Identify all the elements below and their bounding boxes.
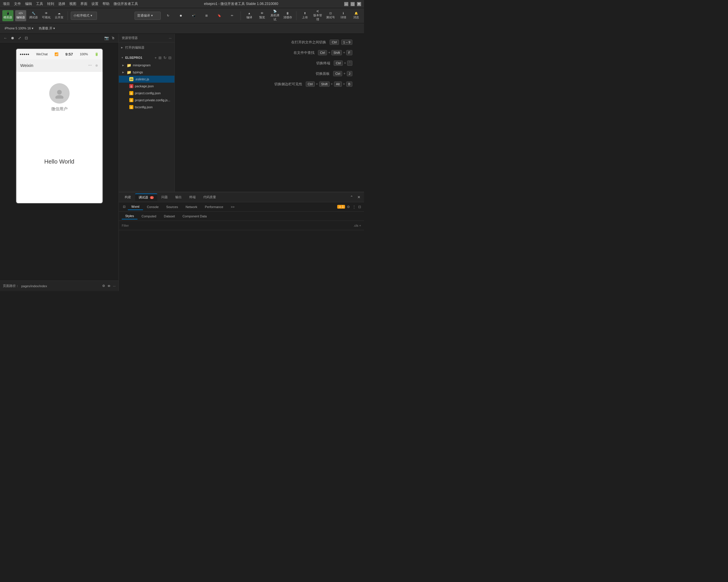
hotreload-button[interactable]: 热重载 开 ▾ <box>37 26 57 31</box>
simulator-label: 模拟器 <box>3 16 12 20</box>
inner-tab-console[interactable]: Console <box>144 204 162 210</box>
more-inner-button[interactable]: ⋮ <box>352 204 357 210</box>
expand-inner-button[interactable]: ⊡ <box>358 204 362 210</box>
project-chevron-icon <box>121 56 124 59</box>
refresh-button[interactable]: ↻ <box>162 10 174 21</box>
menu-view[interactable]: 视图 <box>69 1 76 6</box>
editor-button[interactable]: </> 编辑器 <box>15 10 26 21</box>
tab-code-quality[interactable]: 代码质量 <box>200 194 219 200</box>
phone-time: 9:57 <box>66 52 73 56</box>
file-package-json[interactable]: {} package.json <box>119 83 175 90</box>
inner-tab-more[interactable]: >> <box>228 204 238 210</box>
details-button[interactable]: ℹ 详情 <box>338 10 349 21</box>
shortcut-label-4: 切换侧边栏可见性 <box>274 82 302 87</box>
inner-tab-wxml[interactable]: Wxml <box>128 204 143 210</box>
menu-select[interactable]: 选择 <box>58 1 65 6</box>
screenshot-button[interactable]: 📷 <box>104 35 109 41</box>
folder-miniprogram[interactable]: 📁 miniprogram <box>119 62 175 69</box>
key-backtick-2: ` <box>347 60 353 66</box>
menu-tool[interactable]: 工具 <box>36 1 43 6</box>
maximize-button[interactable]: □ <box>350 2 355 6</box>
key-alt-4: Alt <box>334 82 342 87</box>
menu-settings[interactable]: 设置 <box>92 1 98 6</box>
new-folder-button[interactable]: ⊞ <box>158 56 162 60</box>
inner-tab-network[interactable]: Network <box>182 204 201 210</box>
device-dropdown[interactable]: iPhone 5 100% 16 ▾ <box>3 26 35 31</box>
file-project-config[interactable]: {} project.config.json <box>119 90 175 96</box>
refresh-tree-button[interactable]: ↻ <box>163 56 167 60</box>
messages-button[interactable]: 🔔 消息 <box>350 10 362 21</box>
tab-debugger[interactable]: 调试器 1 <box>135 194 157 201</box>
folder-typings[interactable]: 📁 typings <box>119 69 175 76</box>
pen-button[interactable]: ✏ <box>227 10 238 21</box>
inner-tab-icon[interactable]: ⊡ <box>121 204 127 210</box>
menu-interface[interactable]: 界面 <box>80 1 87 6</box>
styles-filter-input[interactable] <box>122 224 351 227</box>
preview-button[interactable]: 👁 预览 <box>257 10 268 21</box>
title-bar-menus[interactable]: 项目 文件 编辑 工具 转到 选择 视图 界面 设置 帮助 微信开发者工具 <box>3 1 138 6</box>
test-icon: ⊡ <box>329 11 332 15</box>
open-editors-chevron-icon <box>121 46 124 49</box>
file-eslintrc[interactable]: JS .eslintrc.js <box>119 76 175 83</box>
file-project-private-config[interactable]: {} project.private.config.js... <box>119 96 175 104</box>
menu-project[interactable]: 项目 <box>3 1 10 6</box>
tab-output[interactable]: 输出 <box>172 194 185 200</box>
open-editors-toggle[interactable]: 打开的编辑器 <box>119 44 175 51</box>
menu-help[interactable]: 帮助 <box>103 1 109 6</box>
close-panel-button[interactable]: ✕ <box>356 194 362 200</box>
more-icon-bottom[interactable]: ··· <box>113 284 115 288</box>
menu-file[interactable]: 文件 <box>14 1 21 6</box>
collapse-panel-button[interactable]: ⌃ <box>349 194 355 200</box>
compile-mode-dropdown[interactable]: 普通编译 ▾ <box>134 11 161 20</box>
tab-build[interactable]: 构建 <box>121 194 134 200</box>
styles-subtab-computed[interactable]: Computed <box>138 213 160 219</box>
shortcut-row-1: 在文件中查找 Ctrl + Shift + F <box>186 50 353 55</box>
visual-button[interactable]: 👁 可视化 <box>41 10 52 21</box>
window-controls[interactable]: ─ □ ✕ <box>344 2 361 6</box>
mode-dropdown[interactable]: 小程序模式 ▾ <box>71 11 97 20</box>
close-button[interactable]: ✕ <box>357 2 361 6</box>
new-file-button[interactable]: + <box>154 56 157 60</box>
styles-subtab-styles[interactable]: Styles <box>122 213 137 219</box>
json-icon-3: {} <box>129 98 133 102</box>
inner-tab-sources[interactable]: Sources <box>163 204 181 210</box>
test-button[interactable]: ⊡ 测试号 <box>325 10 336 21</box>
record-button[interactable]: ⏺ <box>175 10 186 21</box>
simulator-button[interactable]: 📱 模拟器 <box>2 10 14 21</box>
inner-tab-performance[interactable]: Performance <box>202 204 227 210</box>
rotate-button[interactable]: ⤢ <box>18 35 22 41</box>
phone-button[interactable]: 📲 <box>188 10 199 21</box>
clear-cache-button[interactable]: 🗑 清缓存 <box>282 10 293 21</box>
cloud-button[interactable]: ☁ 云开发 <box>54 10 64 21</box>
eye-icon-bottom[interactable]: 👁 <box>107 284 111 288</box>
debugger-button[interactable]: 🔧 调试器 <box>28 10 39 21</box>
project-toggle[interactable]: ELSEPRO1 + ⊞ ↻ ⊟ <box>119 54 175 62</box>
menu-wechat[interactable]: 微信开发者工具 <box>113 1 138 6</box>
compile-icon: ▲ <box>248 11 251 15</box>
upload-button[interactable]: ⬆ 上传 <box>300 10 310 21</box>
cursor-button[interactable]: 🖱 <box>111 35 115 41</box>
expand-button[interactable]: ⊡ <box>24 35 29 41</box>
menu-goto[interactable]: 转到 <box>47 1 54 6</box>
real-debug-button[interactable]: 📡 真机调试 <box>269 10 280 21</box>
menu-edit[interactable]: 编辑 <box>25 1 32 6</box>
styles-subtab-component-data[interactable]: Component Data <box>179 213 210 219</box>
settings-icon-bottom[interactable]: ⚙ <box>102 284 105 288</box>
minimize-button[interactable]: ─ <box>344 2 348 6</box>
file-tsconfig[interactable]: {} tsconfig.json <box>119 104 175 111</box>
shortcut-keys-2: Ctrl + ` <box>334 60 353 66</box>
settings-inner-button[interactable]: ⚙ <box>346 204 350 210</box>
tab-issues[interactable]: 问题 <box>158 194 171 200</box>
home-button[interactable]: ⏺ <box>10 35 15 41</box>
tab-terminal[interactable]: 终端 <box>186 194 199 200</box>
back-button[interactable]: ← <box>3 35 8 41</box>
version-mgr-button[interactable]: ⑆ 版本管理 <box>312 10 323 21</box>
shortcut-row-2: 切换终端 Ctrl + ` <box>186 60 353 66</box>
bookmark-button[interactable]: 🔖 <box>214 10 225 21</box>
collapse-all-button[interactable]: ⊟ <box>168 56 172 60</box>
compile-button[interactable]: ▲ 编译 <box>244 10 255 21</box>
split-button[interactable]: ⊞ <box>201 10 212 21</box>
more-options-icon[interactable]: ··· <box>169 36 172 40</box>
phone-content: 微信用户 Hello World <box>16 72 103 194</box>
styles-subtab-dataset[interactable]: Dataset <box>160 213 179 219</box>
